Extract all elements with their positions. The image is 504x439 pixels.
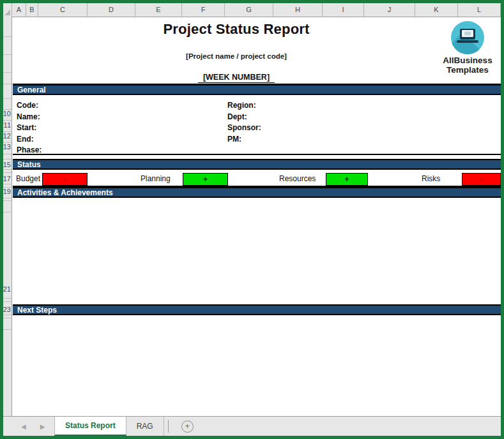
excel-window: ABCDEFGHIJKL 101112131517192123 Project …	[0, 0, 504, 439]
row-divider	[3, 329, 12, 330]
sheet-area: Project Status Report [Project name / pr…	[13, 17, 501, 416]
row-header-19[interactable]: 19	[3, 187, 11, 196]
column-header-a[interactable]: A	[12, 3, 26, 17]
status-indicator-risks[interactable]: -	[462, 173, 501, 186]
status-label-resources: Resources	[279, 172, 316, 186]
column-header-g[interactable]: G	[225, 3, 273, 17]
row-header-11[interactable]: 11	[3, 121, 11, 130]
row-divider	[3, 109, 12, 110]
row-divider	[3, 212, 12, 212]
row-header-21[interactable]: 21	[3, 285, 11, 294]
laptop-icon	[460, 29, 475, 40]
tab-nav-right-icon[interactable]: ▶	[40, 423, 45, 430]
column-header-e[interactable]: E	[135, 3, 182, 17]
row-divider	[3, 187, 12, 188]
general-field-dept: Dept:	[227, 112, 247, 123]
row-header-15[interactable]: 15	[3, 160, 11, 169]
status-label-planning: Planning	[141, 172, 171, 186]
sheet-tab-rag[interactable]: RAG	[126, 417, 164, 436]
column-header-c[interactable]: C	[38, 3, 88, 17]
week-number-cell[interactable]: [WEEK NUMBER]	[13, 71, 460, 83]
sheet-tab-bar: ◀ ▶ Status ReportRAG +	[3, 416, 501, 436]
row-header-12[interactable]: 12	[3, 131, 11, 140]
project-name-placeholder: [Project name / project code]	[13, 52, 460, 60]
add-sheet-button[interactable]: +	[181, 417, 194, 436]
general-field-region: Region:	[227, 100, 256, 111]
row-divider	[3, 54, 12, 55]
week-number-text: [WEEK NUMBER]	[198, 73, 275, 83]
row-header-column: 101112131517192123	[3, 17, 12, 416]
row-header-23[interactable]: 23	[3, 305, 11, 314]
row-divider	[3, 184, 12, 184]
row-header-10[interactable]: 10	[3, 109, 11, 118]
next-steps-section-header: Next Steps	[13, 304, 501, 315]
activities-content-area[interactable]	[13, 200, 501, 304]
status-label-risks: Risks	[422, 172, 440, 186]
status-label-budget: Budget	[16, 172, 40, 186]
next-steps-content-area[interactable]	[13, 318, 501, 416]
status-indicator-budget[interactable]: -	[42, 173, 88, 186]
general-section-header: General	[13, 84, 501, 95]
row-divider	[3, 142, 12, 143]
tab-separator	[168, 420, 169, 433]
general-field-start: Start:	[17, 123, 36, 133]
row-divider	[3, 131, 12, 132]
plus-icon: +	[181, 420, 194, 433]
status-indicator-resources[interactable]: +	[326, 173, 368, 186]
column-header-k[interactable]: K	[415, 3, 458, 17]
allbusiness-templates-logo: AllBusiness Templates	[434, 19, 501, 75]
tab-nav-left-icon[interactable]: ◀	[21, 423, 26, 430]
column-header-j[interactable]: J	[364, 3, 415, 17]
column-header-i[interactable]: I	[323, 3, 364, 17]
row-divider	[3, 315, 12, 315]
row-divider	[3, 172, 12, 173]
row-divider	[3, 84, 12, 84]
status-indicator-planning[interactable]: +	[183, 173, 228, 186]
row-divider	[3, 318, 12, 318]
row-header-13[interactable]: 13	[3, 142, 11, 151]
row-divider	[3, 200, 12, 201]
row-divider	[3, 298, 12, 299]
logo-text-line1: AllBusiness	[434, 56, 501, 65]
column-header-f[interactable]: F	[182, 3, 225, 17]
row-divider	[3, 98, 12, 99]
row-divider	[3, 72, 12, 73]
column-header-l[interactable]: L	[458, 3, 501, 17]
column-header-d[interactable]: D	[88, 3, 135, 17]
general-field-end: End:	[17, 134, 34, 145]
column-header-h[interactable]: H	[273, 3, 323, 17]
general-field-phase: Phase:	[17, 145, 42, 156]
row-divider	[3, 154, 12, 154]
status-section-header: Status	[13, 159, 501, 170]
report-title: Project Status Report	[13, 21, 460, 38]
logo-text-line2: Templates	[434, 65, 501, 75]
column-header-row: ABCDEFGHIJKL	[3, 3, 501, 17]
general-field-code: Code:	[17, 100, 38, 111]
column-header-b[interactable]: B	[26, 3, 38, 17]
row-divider	[3, 169, 12, 170]
activities-section-header: Activities & Achievements	[13, 187, 501, 198]
row-divider	[3, 301, 12, 302]
general-field-sponsor: Sponsor:	[227, 123, 261, 133]
select-all-corner[interactable]	[3, 3, 12, 17]
general-field-pm: PM:	[227, 134, 241, 145]
general-field-name: Name:	[17, 112, 40, 123]
row-divider	[3, 120, 12, 121]
select-all-icon	[4, 10, 10, 15]
laptop-base	[457, 40, 478, 43]
sheet-tab-status-report[interactable]: Status Report	[54, 417, 126, 436]
logo-circle	[451, 21, 484, 54]
row-header-17[interactable]: 17	[3, 174, 11, 183]
row-divider	[3, 198, 12, 198]
row-divider	[3, 36, 12, 37]
row-divider	[3, 159, 12, 160]
